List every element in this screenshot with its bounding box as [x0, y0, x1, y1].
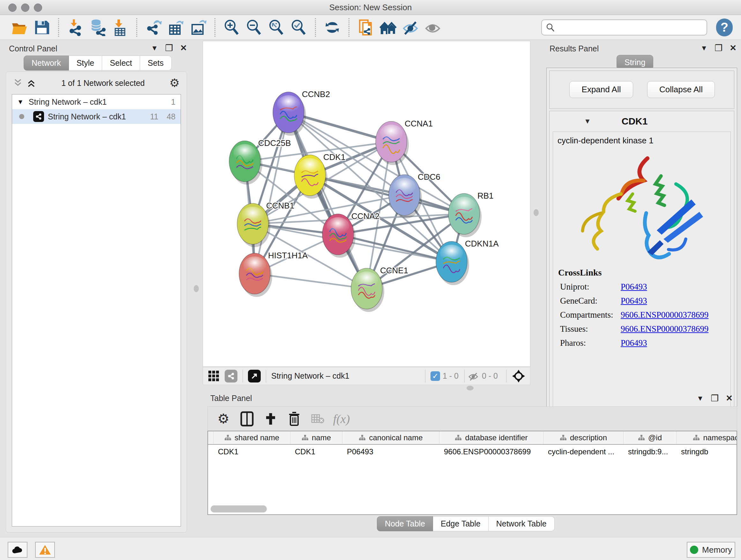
gene-expander-icon[interactable]: ▼: [584, 117, 591, 125]
table-cell[interactable]: stringdb: [677, 445, 737, 459]
collection-expander-icon[interactable]: ▼: [17, 98, 23, 106]
network-node-CCNE1[interactable]: CCNE1: [351, 266, 408, 312]
table-options-gear-icon[interactable]: ⚙: [215, 410, 232, 428]
bottom-splitter-handle[interactable]: [467, 386, 474, 390]
memory-button[interactable]: Memory: [687, 542, 735, 558]
warning-icon[interactable]: [35, 542, 55, 558]
node-label-CDK1: CDK1: [323, 152, 345, 162]
crosslink-link[interactable]: 9606.ENSP00000378699: [621, 310, 709, 320]
control-panel-menu-caret[interactable]: ▼: [151, 44, 158, 52]
network-node-CCNB2[interactable]: CCNB2: [273, 89, 330, 136]
column-header--id[interactable]: @id: [623, 431, 677, 444]
table-cell[interactable]: CDK1: [213, 445, 290, 459]
first-neighbors-icon[interactable]: [379, 18, 397, 37]
results-panel-close-icon[interactable]: ✕: [730, 43, 737, 53]
results-panel-float-icon[interactable]: ❐: [715, 43, 723, 53]
tab-node-table[interactable]: Node Table: [377, 516, 433, 531]
import-table-file-icon[interactable]: [111, 18, 129, 37]
tab-network[interactable]: Network: [23, 56, 69, 71]
birdseye-grid-icon[interactable]: [207, 370, 220, 382]
tab-sets[interactable]: Sets: [140, 56, 172, 71]
column-header-namespace[interactable]: namespace: [677, 431, 737, 444]
network-node-RB1[interactable]: RB1: [448, 191, 494, 237]
selected-count-checkbox-icon[interactable]: ✓: [430, 371, 440, 381]
column-header-shared-name[interactable]: shared name: [213, 431, 290, 444]
table-cell[interactable]: cyclin-dependent ...: [543, 445, 623, 459]
network-edge-CCNB2-HIST1H1A[interactable]: [255, 112, 288, 273]
collapse-all-chevron-icon[interactable]: [12, 78, 23, 88]
control-panel-float-icon[interactable]: ❐: [165, 43, 173, 53]
table-panel-float-icon[interactable]: ❐: [711, 393, 719, 403]
network-row[interactable]: String Network – cdk1 11 48: [12, 109, 181, 124]
tab-select[interactable]: Select: [102, 56, 140, 71]
crosslink-link[interactable]: 9606.ENSP00000378699: [621, 324, 709, 334]
network-collection-row[interactable]: ▼ String Network – cdk1 1: [12, 95, 181, 109]
network-edge-CCNB2-CCNE1[interactable]: [288, 112, 367, 289]
tab-edge-table[interactable]: Edge Table: [433, 516, 488, 531]
zoom-out-icon[interactable]: [245, 18, 263, 37]
hide-selected-icon[interactable]: [401, 18, 419, 37]
collapse-all-button[interactable]: Collapse All: [647, 81, 715, 98]
export-image-icon[interactable]: [189, 18, 207, 37]
import-network-file-icon[interactable]: [66, 18, 84, 37]
show-columns-icon[interactable]: [239, 410, 256, 428]
network-node-CDC25B[interactable]: CDC25B: [229, 138, 291, 185]
save-session-icon[interactable]: [33, 18, 51, 37]
network-node-CCNB1[interactable]: CCNB1: [237, 201, 294, 247]
network-overview-icon[interactable]: [225, 370, 238, 382]
node-table[interactable]: shared namenamecanonical namedatabase id…: [207, 431, 737, 515]
network-options-gear-icon[interactable]: ⚙: [170, 76, 180, 90]
crosslink-link[interactable]: P06493: [621, 338, 647, 348]
column-header-database-identifier[interactable]: database identifier: [440, 431, 543, 444]
results-panel-menu-caret[interactable]: ▼: [700, 44, 708, 52]
apply-layout-icon[interactable]: [323, 18, 341, 37]
right-splitter-handle[interactable]: [534, 209, 539, 216]
copy-style-icon[interactable]: [357, 18, 375, 37]
tab-network-table[interactable]: Network Table: [488, 516, 555, 531]
cloud-icon[interactable]: [8, 542, 27, 558]
function-builder-icon[interactable]: f(x): [333, 410, 350, 428]
table-cell[interactable]: P06493: [342, 445, 440, 459]
table-cell[interactable]: CDK1: [290, 445, 342, 459]
string-network-graph[interactable]: CCNB2CCNA1CDC25BCDK1CDC6RB1CCNB1CCNA2CDK…: [203, 41, 530, 367]
table-cell[interactable]: 9606.ENSP00000378699: [440, 445, 543, 459]
table-horizontal-scrollbar[interactable]: [211, 505, 267, 512]
zoom-selected-icon[interactable]: [290, 18, 308, 37]
delete-column-trash-icon[interactable]: [286, 410, 303, 428]
network-node-HIST1H1A[interactable]: HIST1H1A: [239, 251, 308, 297]
zoom-fit-icon[interactable]: [267, 18, 285, 37]
column-header-name[interactable]: name: [290, 431, 342, 444]
open-in-new-window-icon[interactable]: [248, 370, 261, 382]
left-splitter-handle[interactable]: [194, 285, 199, 292]
export-network-icon[interactable]: [145, 18, 162, 37]
network-view-canvas[interactable]: CCNB2CCNA1CDC25BCDK1CDC6RB1CCNB1CCNA2CDK…: [203, 41, 530, 367]
network-node-CCNA1[interactable]: CCNA1: [376, 119, 433, 165]
create-column-plus-icon[interactable]: [262, 410, 279, 428]
column-header-canonical-name[interactable]: canonical name: [342, 431, 440, 444]
delete-table-icon[interactable]: [309, 410, 327, 428]
network-node-CDKN1A[interactable]: CDKN1A: [436, 239, 499, 285]
import-network-database-icon[interactable]: [89, 18, 107, 37]
table-panel-menu-caret[interactable]: ▼: [697, 394, 704, 402]
control-panel-close-icon[interactable]: ✕: [180, 43, 187, 53]
collection-name: String Network – cdk1: [29, 98, 107, 107]
export-table-icon[interactable]: [167, 18, 185, 37]
expand-all-chevron-icon[interactable]: [26, 78, 37, 88]
protein-structure-image: [554, 147, 728, 265]
node-label-CDC6: CDC6: [418, 172, 441, 182]
search-input[interactable]: [555, 23, 703, 32]
fit-content-crosshair-icon[interactable]: [512, 369, 526, 383]
show-all-icon[interactable]: [424, 18, 442, 37]
network-node-CCNA2[interactable]: CCNA2: [322, 211, 380, 258]
help-icon[interactable]: ?: [716, 18, 733, 37]
open-session-icon[interactable]: [10, 18, 28, 37]
table-row[interactable]: CDK1CDK1P064939606.ENSP00000378699cyclin…: [208, 445, 737, 459]
crosslink-link[interactable]: P06493: [621, 296, 647, 306]
crosslink-link[interactable]: P06493: [621, 282, 647, 292]
zoom-in-icon[interactable]: [223, 18, 241, 37]
expand-all-button[interactable]: Expand All: [569, 81, 633, 98]
column-header-description[interactable]: description: [543, 431, 623, 444]
tab-style[interactable]: Style: [69, 56, 103, 71]
table-cell[interactable]: stringdb:9...: [623, 445, 677, 459]
table-panel-close-icon[interactable]: ✕: [726, 393, 733, 403]
